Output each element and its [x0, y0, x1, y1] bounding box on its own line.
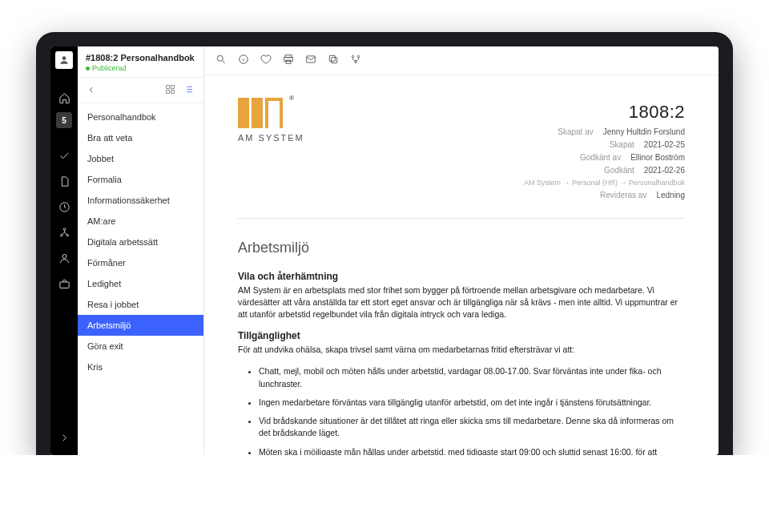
info-icon[interactable] [238, 54, 249, 68]
svg-point-19 [352, 55, 353, 57]
svg-point-20 [357, 55, 359, 57]
sidebar-item[interactable]: Jobbet [78, 148, 203, 169]
org-icon[interactable] [53, 221, 75, 244]
sidebar-item[interactable]: Bra att veta [78, 127, 203, 148]
document-body: ® AM SYSTEM 1808:2 Skapat avJenny Hultdi… [204, 75, 719, 455]
sidebar-item[interactable]: Formalia [78, 169, 203, 190]
svg-point-0 [62, 56, 66, 60]
nav-rail: 5 [50, 46, 78, 455]
sidebar-item[interactable]: Informationssäkerhet [78, 190, 203, 211]
status-badge: Publicerad [86, 64, 195, 72]
laptop-frame: 5 [36, 32, 733, 455]
svg-rect-10 [171, 91, 175, 94]
svg-rect-6 [59, 282, 68, 288]
notification-count[interactable]: 5 [56, 112, 72, 128]
list-item: Vid brådskande situationer är det tillåt… [259, 415, 685, 439]
search-icon[interactable] [215, 54, 227, 68]
list-item: Ingen medarbetare förväntas vara tillgän… [259, 397, 685, 409]
doc-number: 1808:2 [524, 98, 685, 126]
sidebar-item[interactable]: Personalhandbok [78, 107, 203, 127]
expand-icon[interactable] [53, 426, 75, 449]
svg-rect-7 [167, 86, 170, 89]
svg-rect-16 [307, 55, 316, 62]
grid-view-icon[interactable] [165, 84, 175, 96]
svg-rect-15 [286, 60, 291, 63]
print-icon[interactable] [283, 54, 294, 68]
toolbar [204, 46, 719, 75]
sidebar-item[interactable]: Förmåner [78, 252, 203, 273]
svg-rect-8 [171, 86, 175, 89]
user-icon[interactable] [53, 247, 75, 269]
logo: ® AM SYSTEM [238, 98, 304, 143]
sidebar-item[interactable]: Digitala arbetssätt [78, 232, 203, 252]
sidebar-header: #1808:2 Personalhandbok Publicerad [78, 46, 203, 78]
list-item: Möten ska i möjligaste mån hållas under … [259, 446, 685, 455]
svg-rect-9 [167, 91, 170, 94]
copy-icon[interactable] [328, 54, 339, 68]
sidebar: #1808:2 Personalhandbok Publicerad Perso… [78, 46, 204, 455]
navigation-tree: PersonalhandbokBra att vetaJobbetFormali… [78, 103, 203, 455]
svg-point-2 [63, 228, 66, 230]
section-body: AM System är en arbetsplats med stor fri… [238, 284, 685, 321]
svg-point-11 [217, 55, 223, 61]
svg-point-21 [355, 61, 356, 62]
document-meta: 1808:2 Skapat avJenny Hultdin Forslund S… [524, 98, 685, 202]
app-screen: 5 [50, 46, 719, 455]
sidebar-item[interactable]: Resa i jobbet [78, 294, 203, 315]
home-icon[interactable] [53, 87, 75, 109]
svg-rect-18 [329, 55, 335, 61]
section-intro: För att undvika ohälsa, skapa trivsel sa… [238, 344, 685, 356]
section-title: Tillgänglighet [238, 330, 685, 341]
svg-point-5 [62, 254, 66, 258]
mail-icon[interactable] [305, 54, 316, 68]
branch-icon[interactable] [350, 54, 361, 68]
sidebar-item[interactable]: AM:are [78, 211, 203, 232]
list-item: Chatt, mejl, mobil och möten hålls under… [259, 365, 685, 389]
bullet-list: Chatt, mejl, mobil och möten hålls under… [238, 365, 685, 455]
heart-icon[interactable] [260, 54, 272, 68]
sidebar-item[interactable]: Arbetsmiljö [78, 315, 203, 336]
check-icon[interactable] [53, 144, 75, 167]
document-icon[interactable] [53, 170, 75, 192]
sidebar-item[interactable]: Ledighet [78, 273, 203, 294]
list-view-icon[interactable] [183, 84, 194, 96]
logo-text: AM SYSTEM [238, 133, 304, 143]
document-header: ® AM SYSTEM 1808:2 Skapat avJenny Hultdi… [238, 98, 685, 219]
content-area: ® AM SYSTEM 1808:2 Skapat avJenny Hultdi… [204, 46, 719, 455]
registered-mark: ® [289, 95, 294, 102]
breadcrumb: AM System → Personal (HR) → Personalhand… [524, 177, 685, 188]
avatar[interactable] [55, 51, 73, 69]
page-title: Arbetsmiljö [238, 240, 685, 256]
history-icon[interactable] [53, 195, 75, 218]
svg-rect-17 [332, 57, 337, 62]
section-title: Vila och återhämtning [238, 271, 685, 282]
back-button[interactable] [87, 86, 95, 95]
sidebar-item[interactable]: Göra exit [78, 336, 203, 357]
document-id: #1808:2 Personalhandbok [86, 53, 195, 62]
sidebar-item[interactable]: Kris [78, 357, 203, 377]
briefcase-icon[interactable] [53, 272, 75, 295]
